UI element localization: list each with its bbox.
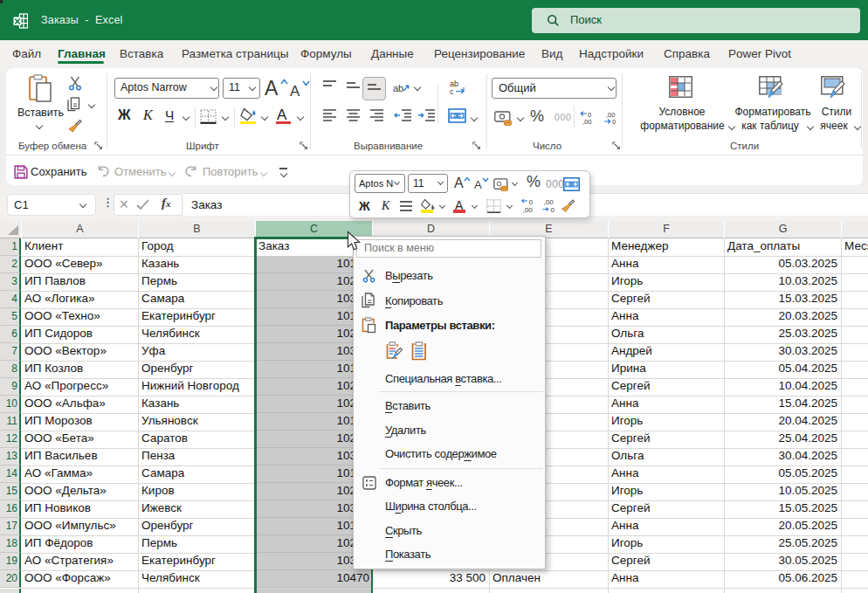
svg-text:ab: ab (393, 83, 403, 93)
svg-text:c: c (450, 87, 454, 95)
svg-text:0: 0 (612, 118, 616, 125)
svg-text:,00: ,00 (523, 206, 534, 214)
svg-text:,00: ,00 (582, 118, 591, 125)
svg-text:0: 0 (551, 206, 555, 214)
